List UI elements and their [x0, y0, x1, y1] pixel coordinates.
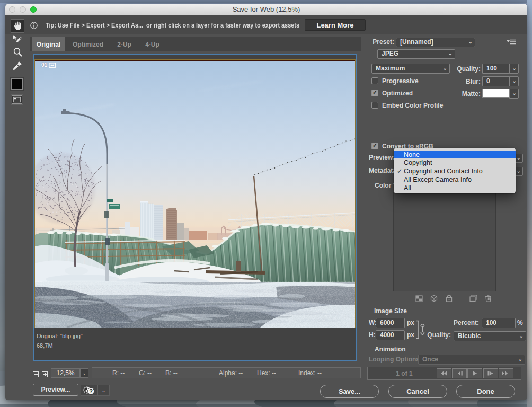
svg-text:?: ? [89, 388, 93, 394]
